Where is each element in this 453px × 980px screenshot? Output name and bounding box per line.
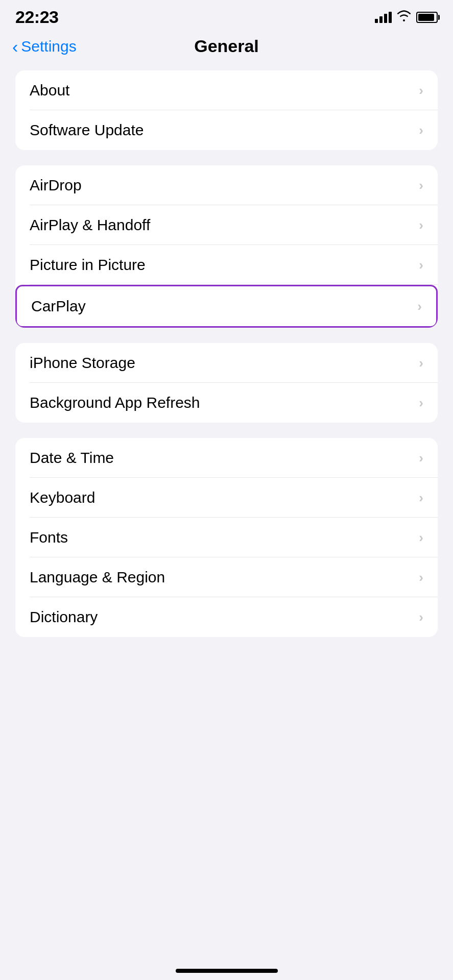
fonts-label: Fonts: [30, 529, 68, 546]
about-chevron-icon: ›: [419, 83, 423, 99]
keyboard-label: Keyboard: [30, 489, 95, 506]
airdrop-label: AirDrop: [30, 177, 82, 194]
settings-group-3: iPhone Storage › Background App Refresh …: [15, 343, 438, 423]
settings-row-language-region[interactable]: Language & Region ›: [15, 557, 438, 597]
settings-group-1: About › Software Update ›: [15, 70, 438, 150]
iphone-storage-label: iPhone Storage: [30, 354, 135, 372]
settings-row-dictionary[interactable]: Dictionary ›: [15, 597, 438, 637]
carplay-label: CarPlay: [31, 298, 86, 315]
settings-row-airdrop[interactable]: AirDrop ›: [15, 165, 438, 205]
page-title: General: [194, 36, 259, 56]
signal-icon: [375, 12, 392, 23]
settings-row-background-app-refresh[interactable]: Background App Refresh ›: [15, 383, 438, 423]
status-icons: [375, 10, 438, 24]
home-indicator: [176, 969, 278, 973]
picture-in-picture-label: Picture in Picture: [30, 256, 146, 274]
airplay-handoff-label: AirPlay & Handoff: [30, 216, 150, 234]
date-time-chevron-icon: ›: [419, 450, 423, 466]
background-app-refresh-chevron-icon: ›: [419, 395, 423, 411]
nav-header: ‹ Settings General: [0, 32, 453, 65]
fonts-chevron-icon: ›: [419, 530, 423, 546]
software-update-label: Software Update: [30, 121, 144, 139]
settings-group-2: AirDrop › AirPlay & Handoff › Picture in…: [15, 165, 438, 328]
language-region-chevron-icon: ›: [419, 570, 423, 585]
iphone-storage-chevron-icon: ›: [419, 355, 423, 371]
settings-row-keyboard[interactable]: Keyboard ›: [15, 478, 438, 518]
keyboard-chevron-icon: ›: [419, 490, 423, 506]
status-bar: 22:23: [0, 0, 453, 32]
settings-row-iphone-storage[interactable]: iPhone Storage ›: [15, 343, 438, 383]
settings-row-about[interactable]: About ›: [15, 70, 438, 110]
back-label: Settings: [21, 38, 76, 55]
settings-row-carplay[interactable]: CarPlay ›: [15, 285, 438, 328]
back-button[interactable]: ‹ Settings: [12, 38, 77, 55]
dictionary-chevron-icon: ›: [419, 609, 423, 625]
airplay-handoff-chevron-icon: ›: [419, 217, 423, 233]
picture-in-picture-chevron-icon: ›: [419, 257, 423, 273]
battery-icon: [416, 12, 438, 23]
date-time-label: Date & Time: [30, 449, 114, 467]
settings-content: About › Software Update › AirDrop › AirP…: [0, 65, 453, 673]
settings-row-fonts[interactable]: Fonts ›: [15, 518, 438, 557]
wifi-icon: [397, 10, 411, 24]
settings-group-4: Date & Time › Keyboard › Fonts › Languag…: [15, 438, 438, 637]
airdrop-chevron-icon: ›: [419, 178, 423, 193]
settings-row-date-time[interactable]: Date & Time ›: [15, 438, 438, 478]
carplay-chevron-icon: ›: [417, 299, 422, 314]
back-chevron-icon: ‹: [12, 38, 18, 55]
settings-row-picture-in-picture[interactable]: Picture in Picture ›: [15, 245, 438, 285]
language-region-label: Language & Region: [30, 569, 165, 586]
settings-row-airplay-handoff[interactable]: AirPlay & Handoff ›: [15, 205, 438, 245]
dictionary-label: Dictionary: [30, 608, 98, 626]
about-label: About: [30, 82, 69, 99]
status-time: 22:23: [15, 7, 58, 27]
background-app-refresh-label: Background App Refresh: [30, 394, 200, 411]
software-update-chevron-icon: ›: [419, 122, 423, 138]
settings-row-software-update[interactable]: Software Update ›: [15, 110, 438, 150]
